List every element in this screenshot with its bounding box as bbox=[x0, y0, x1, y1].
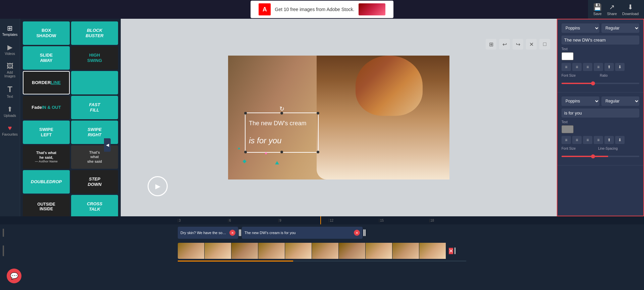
timeline-area: 3 6 9 12 15 18 Dry skin? We have the sol… bbox=[0, 216, 644, 290]
download-button[interactable]: ⬇ Download bbox=[622, 3, 639, 16]
ad-text: Get 10 free images from Adobe Stock. bbox=[275, 7, 354, 12]
text-input-1[interactable] bbox=[561, 35, 639, 45]
template-fade-in-out[interactable]: FadeIN & OUT bbox=[23, 96, 70, 119]
color-swatch-2[interactable] bbox=[561, 125, 574, 133]
sidebar-item-templates[interactable]: ⊞ Templates bbox=[0, 21, 20, 39]
ruler-mark-3: 3 bbox=[178, 219, 228, 222]
pause-dots-1 bbox=[239, 229, 241, 236]
sidebar-item-label: Text bbox=[7, 95, 13, 98]
font-style-select-1[interactable]: Regular bbox=[601, 23, 639, 33]
video-close-btn[interactable]: ✕ bbox=[449, 248, 453, 254]
corner-handle-bl[interactable] bbox=[244, 151, 247, 153]
pause-dot-1b bbox=[240, 229, 241, 236]
template-step-down[interactable]: STEPDOWN bbox=[71, 170, 118, 194]
template-box-shadow[interactable]: BOXSHADOW bbox=[23, 21, 70, 45]
color-swatch-1[interactable] bbox=[561, 52, 574, 60]
undo-button[interactable]: ↩ bbox=[499, 39, 510, 50]
add-images-icon: 🖼 bbox=[7, 62, 13, 70]
size-ratio-row-2: Font Size Line-Spacing bbox=[561, 147, 639, 150]
corner-handle-tr[interactable] bbox=[317, 112, 319, 115]
playhead[interactable] bbox=[320, 216, 321, 224]
share-button[interactable]: ↗ Share bbox=[607, 3, 617, 16]
caption-close-2[interactable]: ✕ bbox=[354, 230, 360, 236]
grid-button[interactable]: ⊞ bbox=[486, 39, 496, 50]
template-thats-he-said[interactable]: That's whathe said,— Author Name bbox=[23, 145, 70, 169]
sidebar-item-favourites[interactable]: ♥ Favourites bbox=[0, 122, 20, 139]
font-size-slider-2[interactable] bbox=[561, 156, 639, 157]
template-cross-talk[interactable]: CROSSTALK bbox=[71, 195, 118, 216]
template-swipe-right[interactable]: SWIPERIGHT bbox=[71, 121, 118, 144]
close-button[interactable]: ✕ bbox=[526, 39, 537, 50]
video-thumb-3 bbox=[231, 243, 258, 259]
decorative-dot-pink bbox=[265, 152, 267, 154]
corner-handle-tm[interactable] bbox=[280, 112, 283, 115]
expand-button[interactable]: □ bbox=[539, 39, 550, 50]
align-top-btn-1[interactable]: ⬆ bbox=[604, 63, 614, 71]
caption-track: Dry skin? We have the solu... ✕ The new … bbox=[0, 224, 644, 241]
align-justify-btn-1[interactable]: ≡ bbox=[594, 63, 603, 71]
chat-button[interactable]: 💬 bbox=[7, 269, 21, 283]
template-slide-away[interactable]: SLIDEAWAY bbox=[23, 46, 70, 70]
font-select-1[interactable]: Poppins bbox=[561, 23, 599, 33]
align-right-btn-2[interactable]: ≡ bbox=[583, 136, 592, 144]
caption-close-1[interactable]: ✕ bbox=[229, 230, 235, 236]
template-color-block[interactable] bbox=[71, 71, 118, 94]
align-right-btn-1[interactable]: ≡ bbox=[583, 63, 592, 71]
template-double-drop[interactable]: DOUBLEDROP bbox=[23, 170, 70, 194]
template-border-line[interactable]: BORDERLINE bbox=[23, 71, 70, 94]
font-select-2[interactable]: Poppins bbox=[561, 96, 599, 106]
track-handle-2 bbox=[3, 245, 4, 256]
save-button[interactable]: 💾 Save bbox=[593, 3, 602, 16]
corner-handle-bm[interactable] bbox=[280, 151, 283, 153]
track-offset-caption bbox=[0, 227, 178, 239]
video-thumb-8 bbox=[366, 243, 392, 259]
templates-icon: ⊞ bbox=[7, 24, 13, 32]
corner-handle-tl[interactable] bbox=[244, 112, 247, 115]
align-bottom-btn-1[interactable]: ⬇ bbox=[615, 63, 625, 71]
panel-collapse-arrow[interactable]: ◀ bbox=[104, 138, 111, 152]
top-toolbar: 💾 Save ↗ Share ⬇ Download bbox=[588, 0, 644, 19]
video-track-end: ✕ bbox=[446, 243, 458, 259]
pause-dot-2a bbox=[363, 229, 364, 236]
share-icon: ↗ bbox=[609, 3, 615, 11]
font-style-select-2[interactable]: Regular bbox=[601, 96, 639, 106]
template-block-buster[interactable]: BLOCKBUSTER bbox=[71, 21, 118, 45]
align-top-btn-2[interactable]: ⬆ bbox=[604, 136, 614, 144]
align-left-btn-2[interactable]: ≡ bbox=[561, 136, 571, 144]
align-left-btn-1[interactable]: ≡ bbox=[561, 63, 571, 71]
sidebar-item-text[interactable]: T Text bbox=[0, 82, 20, 101]
right-panel: Poppins Regular Text ≡ ≡ ≡ ≡ ⬆ ⬇ Font Si… bbox=[557, 19, 644, 216]
caption-segment-1[interactable]: Dry skin? We have the solu... ✕ bbox=[178, 227, 238, 239]
video-thumb-7 bbox=[339, 243, 366, 259]
text-input-2[interactable] bbox=[561, 108, 639, 118]
ruler-mark-9: 9 bbox=[278, 219, 329, 222]
sidebar-item-uploads[interactable]: ⬆ Uploads bbox=[0, 102, 20, 120]
sidebar-item-label: Favourites bbox=[2, 133, 18, 136]
font-size-slider-1[interactable] bbox=[561, 83, 639, 84]
template-fast-fill[interactable]: FASTFILL bbox=[71, 96, 118, 119]
rotate-handle[interactable]: ↻ bbox=[279, 105, 284, 113]
align-bottom-btn-2[interactable]: ⬇ bbox=[615, 136, 625, 144]
caption-segment-2[interactable]: The new DW's cream is for you ✕ bbox=[242, 227, 363, 239]
template-outside-inside[interactable]: OUTSIDEINSIDE bbox=[23, 195, 70, 216]
align-center-btn-2[interactable]: ≡ bbox=[572, 136, 582, 144]
video-thumbnails: ✕ bbox=[178, 243, 644, 259]
ad-banner: A Get 10 free images from Adobe Stock. 💾… bbox=[0, 0, 644, 19]
text-selection-box[interactable]: ↻ The new DW's cream is for you bbox=[245, 113, 319, 153]
text-block-1: Poppins Regular Text ≡ ≡ ≡ ≡ ⬆ ⬇ Font Si… bbox=[557, 19, 643, 92]
template-high-swing[interactable]: HIGHSWING bbox=[71, 46, 118, 70]
sidebar-item-add-images[interactable]: 🖼 Add Images bbox=[0, 60, 20, 81]
templates-panel: BOXSHADOW BLOCKBUSTER SLIDEAWAY HIGHSWIN… bbox=[20, 19, 121, 216]
play-button[interactable]: ▶ bbox=[148, 176, 168, 196]
align-justify-btn-2[interactable]: ≡ bbox=[594, 136, 603, 144]
template-swipe-left[interactable]: SWIPELEFT bbox=[23, 121, 70, 144]
sidebar-item-videos[interactable]: ▶ Videos bbox=[0, 41, 20, 58]
save-icon: 💾 bbox=[593, 3, 602, 11]
ad-content[interactable]: A Get 10 free images from Adobe Stock. bbox=[251, 1, 393, 18]
overlay-text-1: The new DW's cream bbox=[249, 120, 306, 127]
redo-button[interactable]: ↪ bbox=[513, 39, 523, 50]
corner-handle-br[interactable] bbox=[317, 151, 319, 153]
font-size-label-1: Font Size bbox=[561, 74, 576, 77]
align-center-btn-1[interactable]: ≡ bbox=[572, 63, 582, 71]
template-thats-she-said[interactable]: That'swhatshe said bbox=[71, 145, 118, 169]
